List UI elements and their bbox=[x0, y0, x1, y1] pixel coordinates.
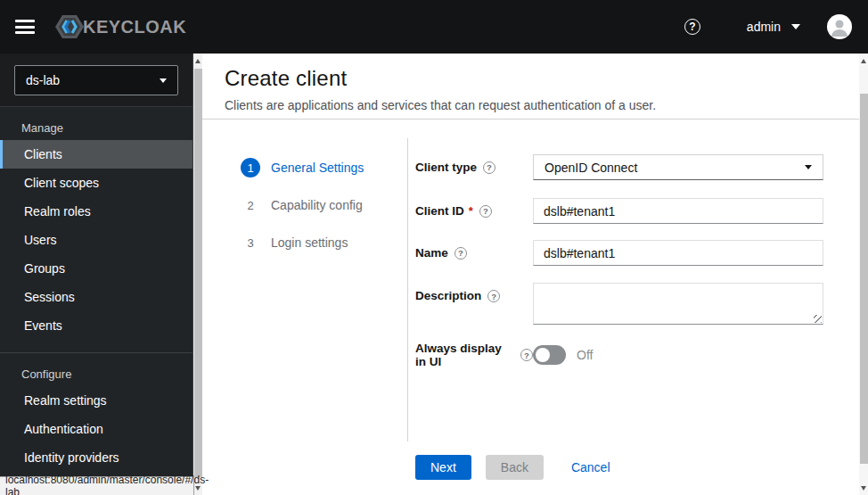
wizard-step-login-settings[interactable]: 3 Login settings bbox=[241, 228, 364, 257]
toggle-state-label: Off bbox=[577, 348, 593, 362]
description-row: Description ? bbox=[415, 283, 834, 325]
wizard-footer: Next Back Cancel bbox=[415, 455, 614, 480]
wizard-nav: 1 General Settings 2 Capability config 3… bbox=[241, 153, 364, 257]
chevron-down-icon bbox=[805, 165, 812, 169]
person-icon bbox=[827, 14, 852, 39]
brand-wordmark: KEYCLOAK bbox=[83, 17, 186, 37]
main-scrollbar[interactable] bbox=[859, 54, 868, 495]
browser-status-bar: localhost:8080/admin/master/console/#/ds… bbox=[0, 476, 194, 495]
step-label: Login settings bbox=[271, 235, 348, 250]
hamburger-menu-icon[interactable] bbox=[15, 20, 35, 34]
description-label: Description ? bbox=[415, 283, 533, 302]
scroll-down-icon[interactable] bbox=[859, 481, 868, 495]
always-display-row: Always display in UI ? Off bbox=[415, 342, 834, 368]
sidebar-item-users[interactable]: Users bbox=[0, 226, 192, 254]
sidebar-item-events[interactable]: Events bbox=[0, 311, 192, 340]
scroll-up-icon[interactable] bbox=[859, 54, 868, 68]
page-header: Create client Clients are applications a… bbox=[201, 54, 859, 120]
client-id-label: Client ID * ? bbox=[415, 198, 533, 224]
help-icon[interactable]: ? bbox=[684, 19, 700, 35]
status-url: localhost:8080/admin/master/console/#/ds… bbox=[5, 474, 209, 495]
step-label: Capability config bbox=[271, 198, 363, 212]
sidebar-item-identity-providers[interactable]: Identity providers bbox=[0, 443, 192, 472]
realm-name: ds-lab bbox=[26, 73, 60, 87]
description-textarea[interactable] bbox=[533, 283, 823, 325]
help-icon[interactable]: ? bbox=[520, 349, 533, 361]
main-content: Create client Clients are applications a… bbox=[201, 54, 859, 495]
cancel-button[interactable]: Cancel bbox=[568, 455, 614, 480]
realm-selector-area: ds-lab bbox=[0, 54, 192, 107]
back-button[interactable]: Back bbox=[486, 455, 544, 480]
client-id-input[interactable] bbox=[533, 198, 823, 224]
page-title: Create client bbox=[225, 66, 859, 91]
toggle-knob bbox=[536, 348, 550, 362]
sidebar-item-realm-roles[interactable]: Realm roles bbox=[0, 197, 192, 226]
username-label: admin bbox=[747, 20, 781, 34]
client-type-row: Client type ? OpenID Connect bbox=[415, 154, 834, 180]
step-label: General Settings bbox=[271, 161, 364, 175]
step-number: 2 bbox=[241, 195, 260, 215]
nav-section-manage: Manage bbox=[0, 107, 192, 140]
sidebar-item-realm-settings[interactable]: Realm settings bbox=[0, 386, 192, 415]
help-icon[interactable]: ? bbox=[483, 161, 495, 174]
client-type-value: OpenID Connect bbox=[545, 161, 637, 175]
keycloak-hexagon-icon bbox=[54, 13, 85, 40]
chevron-down-icon bbox=[791, 24, 800, 29]
next-button[interactable]: Next bbox=[415, 455, 471, 480]
sidebar-scrollbar[interactable] bbox=[192, 54, 201, 495]
wizard-step-capability-config[interactable]: 2 Capability config bbox=[241, 191, 364, 219]
always-display-toggle[interactable] bbox=[533, 345, 566, 365]
avatar[interactable] bbox=[827, 14, 852, 39]
required-asterisk: * bbox=[469, 204, 473, 218]
step-number: 1 bbox=[241, 158, 260, 177]
scrollbar-thumb[interactable] bbox=[860, 94, 868, 464]
help-icon[interactable]: ? bbox=[479, 205, 492, 218]
masthead: KEYCLOAK ? admin bbox=[0, 0, 868, 54]
sidebar-item-groups[interactable]: Groups bbox=[0, 254, 192, 283]
sidebar-item-authentication[interactable]: Authentication bbox=[0, 415, 192, 443]
sidebar-item-client-scopes[interactable]: Client scopes bbox=[0, 169, 192, 197]
name-label: Name ? bbox=[415, 240, 533, 266]
always-display-label: Always display in UI ? bbox=[415, 342, 533, 368]
divider bbox=[407, 138, 408, 441]
name-row: Name ? bbox=[415, 240, 834, 266]
step-number: 3 bbox=[241, 233, 260, 252]
sidebar: ds-lab Manage Clients Client scopes Real… bbox=[0, 54, 192, 495]
chevron-down-icon bbox=[160, 78, 167, 83]
sidebar-item-clients[interactable]: Clients bbox=[0, 140, 192, 169]
client-id-row: Client ID * ? bbox=[415, 198, 834, 224]
name-input[interactable] bbox=[533, 240, 823, 266]
realm-selector[interactable]: ds-lab bbox=[14, 65, 178, 95]
wizard-step-general-settings[interactable]: 1 General Settings bbox=[241, 153, 364, 182]
sidebar-item-sessions[interactable]: Sessions bbox=[0, 283, 192, 311]
help-icon[interactable]: ? bbox=[487, 290, 500, 302]
scrollbar-thumb[interactable] bbox=[194, 69, 202, 477]
user-menu[interactable]: admin bbox=[747, 20, 800, 34]
page-subtitle: Clients are applications and services th… bbox=[225, 98, 859, 112]
client-type-select[interactable]: OpenID Connect bbox=[533, 154, 823, 180]
nav-section-configure: Configure bbox=[0, 353, 192, 386]
help-icon[interactable]: ? bbox=[454, 247, 467, 260]
scroll-up-icon[interactable] bbox=[193, 54, 202, 68]
keycloak-logo[interactable]: KEYCLOAK bbox=[54, 13, 186, 40]
client-type-label: Client type ? bbox=[415, 154, 533, 180]
